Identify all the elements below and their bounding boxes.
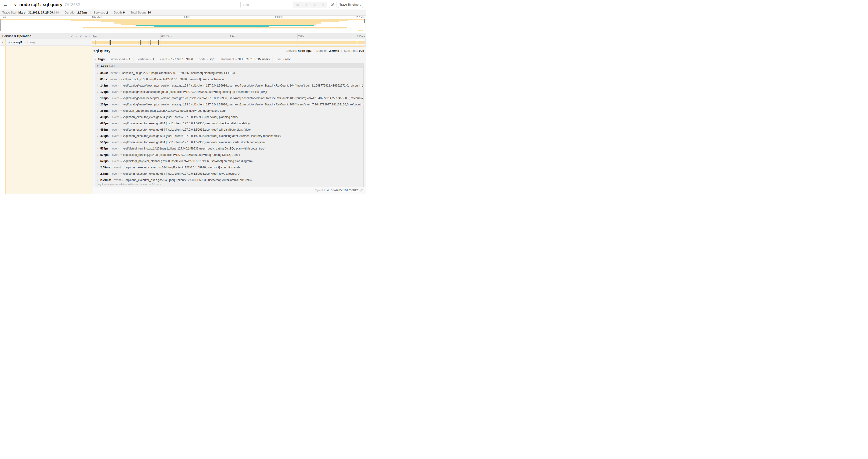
tag-value: sql1 [209,57,215,61]
log-entry[interactable]: ›2.69ms:event=‹sql/conn_executor_exec.go… [95,164,363,171]
log-entry[interactable]: ›574μs:event=‹sql/distsql_running.go:142… [95,145,363,152]
log-field-value: ‹sql/conn_executor_exec.go:684 [nsql1,cl… [123,128,251,131]
locate-icon[interactable]: ◎ [296,3,299,6]
chevron-right-icon: › [95,58,96,61]
span-id-label: SpanID: [315,189,326,192]
detail-span-position-bar [92,46,365,47]
log-timestamp: 459μs: [100,116,110,119]
span-detail-panel: sql query Service:node sql1Duration:2.79… [92,46,366,194]
minimap-left-handle[interactable] [1,19,1,23]
find-prev-icon[interactable]: ∧ [305,3,308,6]
minimap-rows [1,19,365,31]
find-input[interactable] [241,2,293,8]
trace-stats-bar: Trace StartMarch 31 2022, 17:25:09.326Du… [0,10,366,15]
stat-label: Trace Start [2,11,17,14]
log-field-value: ‹sql/exec_util.go:2297 [nsql1,client=127… [121,71,236,75]
tag: node=sql1 [196,57,218,62]
span-timeline-cell[interactable] [92,39,366,45]
find-clear-icon[interactable]: × [322,3,324,6]
log-entry[interactable]: ›678μs:event=‹sql/distsql_physical_plann… [95,158,363,164]
minimap-tick-label: 2.79ms [356,15,365,19]
collapse-one-icon[interactable]: ∨ [70,35,73,38]
log-entry[interactable]: ›486μs:event=‹sql/conn_executor_exec.go:… [95,127,363,133]
tag-key: statement [221,57,234,61]
expand-all-icon[interactable]: » [85,35,87,38]
log-entry[interactable]: ›34μs:event=‹sql/exec_util.go:2297 [nsql… [95,70,363,76]
log-entry[interactable]: ›189μs:event=‹sql/catalog/lease/descript… [95,95,363,101]
log-field-value: ‹sql/plan_opt.go:358 [nsql1,client=127.0… [123,109,226,112]
log-timestamp: 80μs: [100,78,108,81]
equals-sign: = [120,84,122,87]
log-entry[interactable]: ›476μs:event=‹sql/conn_executor_exec.go:… [95,120,363,127]
stat-suffix: .326 [53,11,59,14]
column-resizer-grip[interactable]: ‖ [89,33,90,39]
expand-one-icon[interactable]: › [76,35,77,38]
log-entry[interactable]: ›2.79ms:event=‹sql/conn_executor_exec.go… [95,177,363,183]
log-entry[interactable]: ›201μs:event=‹sql/catalog/lease/descript… [95,101,363,108]
log-entry[interactable]: ›459μs:event=‹sql/conn_executor_exec.go:… [95,114,363,120]
span-id-row: SpanID:4877749850101760812 [92,187,366,194]
equals-sign: = [120,154,122,156]
minimap-right-handle[interactable] [365,19,365,23]
collapse-controls: ∨ › » » [70,33,87,39]
log-entry[interactable]: ›502μs:event=‹sql/conn_executor_exec.go:… [95,139,363,145]
log-timestamp: 597μs: [100,153,110,157]
log-timestamp: 366μs: [100,109,110,112]
trace-collapse-chevron-icon[interactable]: ∨ [14,3,17,7]
find-next-icon[interactable]: ∨ [314,3,316,6]
log-event-marker [141,40,142,45]
logs-title: Logs [101,64,108,67]
chevron-right-icon: › [97,133,98,139]
minimap-canvas[interactable] [0,19,365,31]
log-field-key: event [112,116,119,119]
detail-meta-label: Service: [286,49,297,53]
log-event-marker [137,40,137,45]
detail-span-title: sql query [93,47,111,55]
log-field-value: ‹sql/distsql_running.go:498 [nsql1,clien… [123,153,240,157]
tag: user=root [273,57,293,62]
equals-sign: = [120,141,122,144]
span-name-cell[interactable]: ∨ node sql1sql query [0,39,92,45]
equals-sign: = [120,122,122,125]
log-field-key: event [112,122,119,125]
log-entry[interactable]: ›80μs:event=‹sql/plan_opt.go:358 [nsql1,… [95,76,363,83]
log-event-marker [141,40,141,45]
tags-accordion[interactable]: ›Tags:_unfinished=1_verbose=1client=127.… [95,57,364,62]
detail-meta-value: node sql1 [298,49,311,53]
log-entry[interactable]: ›2.7ms:event=‹sql/conn_executor_exec.go:… [95,171,363,177]
tag: statement=SELECT * FROM users [218,57,273,62]
log-entry[interactable]: ›366μs:event=‹sql/plan_opt.go:358 [nsql1… [95,108,363,114]
stat-value: 10 [148,11,151,14]
log-field-key: event [112,147,119,150]
log-entry[interactable]: ›495μs:event=‹sql/conn_executor_exec.go:… [95,133,363,139]
log-timestamp: 486μs: [100,128,110,131]
chevron-right-icon: › [97,108,98,114]
stat-value: 6 [123,11,125,14]
chevron-right-icon: › [97,171,98,177]
stat-value: March 31 2022, 17:25:09 [19,11,53,14]
trace-view-selector[interactable]: Trace Timeline∨ [338,2,363,8]
log-field-key: event [112,153,119,157]
span-toggle-chevron-icon[interactable]: ∨ [2,39,4,45]
tag-value: 1 [129,57,130,61]
collapse-all-icon[interactable]: » [79,35,83,37]
equals-sign: = [122,166,123,169]
equals-sign: = [283,58,284,61]
tag: client=127.0.0.1:59936 [157,57,196,62]
timeline-column-header: Service & Operation ∨ › » » ‖ 0μs 697.75… [0,33,366,39]
equals-sign: = [120,128,122,131]
span-duration-bar[interactable] [92,41,365,44]
keyboard-shortcuts-button[interactable]: ⌘ [329,2,337,8]
log-entry[interactable]: ›597μs:event=‹sql/distsql_running.go:498… [95,152,363,158]
log-entry[interactable]: ›142μs:event=‹sql/catalog/lease/descript… [95,83,363,89]
ruler-tick-label: 2.79ms [357,33,365,39]
log-event-marker [100,40,100,45]
chevron-down-icon: ∨ [97,64,99,67]
chevron-right-icon: › [97,139,98,145]
log-field-key: event [112,84,119,87]
deep-link-icon[interactable] [360,189,363,192]
tag-value: 1 [153,57,154,61]
back-button[interactable]: ← [0,0,11,9]
logs-header[interactable]: ∨Logs(18) [95,63,363,68]
log-entry[interactable]: ›176μs:event=‹sql/catalog/descs/descript… [95,89,363,95]
